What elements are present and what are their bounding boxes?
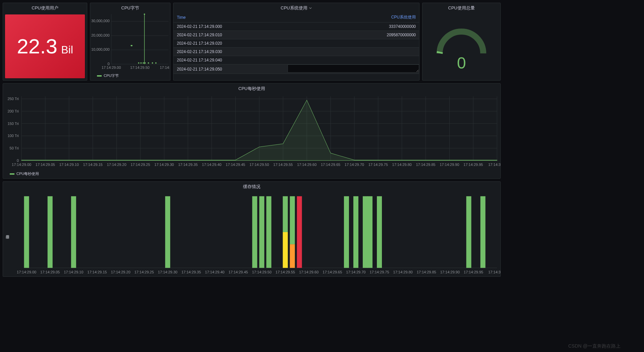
svg-text:17:14:29.95: 17:14:29.95 [464, 270, 483, 274]
svg-text:17:14:29.05: 17:14:29.05 [40, 270, 60, 274]
svg-text:0: 0 [17, 159, 19, 163]
svg-rect-114 [363, 196, 368, 268]
svg-text:17:14:29.35: 17:14:29.35 [182, 270, 201, 274]
data-table: Time CPU系统使用 2024-02-21 17:14:29.0003337… [174, 12, 419, 74]
table-row[interactable]: 2024-02-21 17:14:29.020 [174, 39, 419, 48]
svg-text:17:14:29.40: 17:14:29.40 [205, 270, 225, 274]
svg-point-20 [148, 62, 149, 64]
svg-rect-115 [367, 196, 373, 268]
table-row[interactable]: 2024-02-21 17:14:29.030 [174, 48, 419, 56]
stat-value: 22.3 [17, 35, 57, 58]
legend-swatch-icon [97, 75, 102, 77]
svg-text:20,000,000: 20,000,000 [91, 33, 110, 37]
svg-text:250 Tri: 250 Tri [7, 97, 19, 101]
svg-text:17:14:30.0: 17:14:30.0 [160, 65, 170, 70]
svg-text:17:14:29.50: 17:14:29.50 [249, 163, 269, 167]
stat-unit: Bil [61, 44, 73, 56]
svg-text:17:14:29.90: 17:14:29.90 [440, 163, 459, 167]
cell-value[interactable] [288, 64, 419, 74]
col-header-time[interactable]: Time [174, 12, 288, 23]
svg-text:17:14:29.20: 17:14:29.20 [107, 163, 126, 167]
cell-time: 2024-02-21 17:14:29.010 [174, 31, 288, 39]
gauge-body: 0 [423, 12, 500, 80]
svg-point-19 [144, 62, 146, 64]
chart-body[interactable]: 010,000,00020,000,00030,000,00017:14:29.… [90, 12, 170, 73]
svg-text:17:14:29.15: 17:14:29.15 [83, 163, 103, 167]
watermark: CSDN @一直奔跑在路上 [568, 343, 621, 349]
svg-rect-101 [48, 196, 53, 268]
svg-point-18 [144, 13, 145, 15]
svg-point-22 [155, 62, 157, 64]
panel-title-label: CPU系统使用 [281, 5, 307, 11]
svg-text:缓存用量: 缓存用量 [6, 235, 10, 239]
cell-time: 2024-02-21 17:14:29.020 [174, 39, 288, 48]
table-row[interactable]: 2024-02-21 17:14:29.000333740000000 [174, 23, 419, 31]
legend: CPU字节 [90, 73, 170, 80]
panel-cache[interactable]: 缓存情况 缓存用量17:14:29.0017:14:29.0517:14:29.… [3, 181, 501, 277]
table-row[interactable]: 2024-02-21 17:14:29.040 [174, 56, 419, 64]
svg-text:17:14:29.70: 17:14:29.70 [345, 163, 364, 167]
svg-text:17:14:29.95: 17:14:29.95 [463, 163, 483, 167]
panel-title: CPU使用总量 [423, 3, 500, 12]
svg-text:50 Tri: 50 Tri [10, 146, 19, 150]
svg-text:17:14:29.10: 17:14:29.10 [64, 270, 83, 274]
svg-text:17:14:29.25: 17:14:29.25 [131, 163, 150, 167]
panel-cpu-per-second[interactable]: CPU每秒使用 050 Tri100 Tri150 Tri200 Tri250 … [3, 83, 501, 179]
svg-rect-104 [252, 196, 257, 268]
svg-point-17 [143, 62, 144, 64]
chart-body[interactable]: 050 Tri100 Tri150 Tri200 Tri250 Tri17:14… [3, 93, 500, 171]
svg-rect-100 [24, 196, 29, 268]
svg-text:17:14:29.75: 17:14:29.75 [368, 163, 388, 167]
panel-cpu-bytes[interactable]: CPU字节 010,000,00020,000,00030,000,00017:… [90, 3, 170, 81]
svg-text:17:14:29.50: 17:14:29.50 [130, 65, 150, 70]
cell-time: 2024-02-21 17:14:29.000 [174, 23, 288, 31]
svg-text:17:14:29.50: 17:14:29.50 [252, 270, 271, 274]
svg-text:17:14:29.15: 17:14:29.15 [87, 270, 107, 274]
cell-value-input[interactable] [288, 64, 419, 73]
panel-cpu-user-stat[interactable]: CPU使用用户 22.3 Bil [3, 3, 87, 81]
svg-rect-108 [283, 196, 288, 232]
cell-time: 2024-02-21 17:14:29.050 [174, 64, 288, 74]
svg-rect-117 [466, 196, 471, 268]
svg-text:17:14:29.70: 17:14:29.70 [346, 270, 365, 274]
svg-point-15 [138, 62, 139, 64]
cell-value: 333740000000 [288, 23, 419, 31]
panel-cpu-total-gauge[interactable]: CPU使用总量 0 [422, 3, 501, 81]
svg-text:200 Tri: 200 Tri [7, 109, 19, 113]
chevron-down-icon [309, 6, 312, 10]
panel-title: CPU字节 [90, 3, 170, 12]
svg-text:17:14:29.80: 17:14:29.80 [392, 163, 412, 167]
legend: CPU每秒使用 [3, 171, 500, 178]
svg-text:17:14:29.30: 17:14:29.30 [154, 163, 174, 167]
cell-value [288, 48, 419, 56]
table-body: Time CPU系统使用 2024-02-21 17:14:29.0003337… [174, 12, 419, 80]
table-row[interactable]: 2024-02-21 17:14:29.0102095870000000 [174, 31, 419, 39]
svg-text:17:14:29.45: 17:14:29.45 [226, 163, 245, 167]
svg-text:17:14:29.00: 17:14:29.00 [102, 65, 121, 70]
panel-title: CPU使用用户 [3, 3, 87, 12]
gauge-icon [431, 21, 492, 58]
panel-cpu-system-table[interactable]: CPU系统使用 Time CPU系统使用 2024-02-21 17:14:29… [173, 3, 419, 81]
chart-body[interactable]: 缓存用量17:14:29.0017:14:29.0517:14:29.1017:… [3, 191, 500, 276]
svg-text:17:14:29.00: 17:14:29.00 [17, 270, 36, 274]
svg-point-21 [152, 62, 153, 64]
svg-rect-116 [377, 196, 382, 268]
svg-text:17:14:29.90: 17:14:29.90 [440, 270, 460, 274]
col-header-value[interactable]: CPU系统使用 [288, 12, 419, 23]
panel-title: 缓存情况 [3, 182, 500, 191]
svg-text:17:14:29.60: 17:14:29.60 [297, 163, 316, 167]
svg-text:17:14:29.60: 17:14:29.60 [299, 270, 318, 274]
cell-time: 2024-02-21 17:14:29.040 [174, 56, 288, 64]
svg-text:17:14:29.05: 17:14:29.05 [36, 163, 55, 167]
svg-rect-103 [165, 196, 170, 268]
legend-label: CPU字节 [104, 73, 119, 78]
svg-text:10,000,000: 10,000,000 [91, 47, 110, 51]
svg-text:17:14:29.85: 17:14:29.85 [417, 270, 436, 274]
panel-title[interactable]: CPU系统使用 [174, 3, 419, 12]
table-row[interactable]: 2024-02-21 17:14:29.050 [174, 64, 419, 74]
svg-text:100 Tri: 100 Tri [7, 134, 19, 138]
svg-rect-112 [344, 196, 349, 268]
svg-text:30,000,000: 30,000,000 [91, 19, 110, 23]
svg-text:17:14:29.40: 17:14:29.40 [202, 163, 221, 167]
svg-rect-111 [297, 196, 302, 268]
